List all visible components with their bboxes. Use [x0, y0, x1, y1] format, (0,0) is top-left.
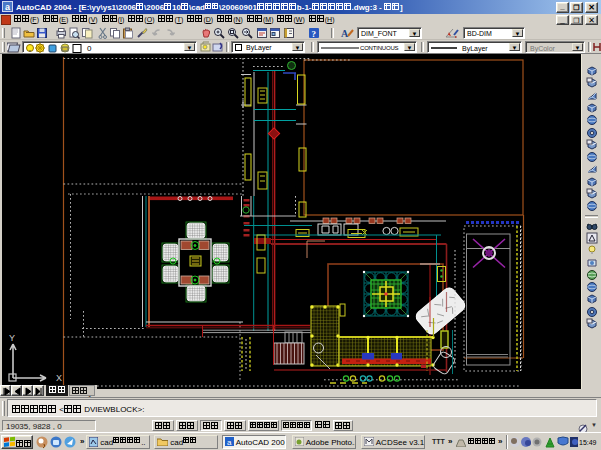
svg-text:Y: Y [9, 333, 15, 343]
svg-text:?: ? [312, 29, 317, 39]
svg-text:a: a [227, 438, 232, 446]
svg-text:A: A [341, 28, 349, 39]
svg-text:X: X [56, 373, 62, 383]
